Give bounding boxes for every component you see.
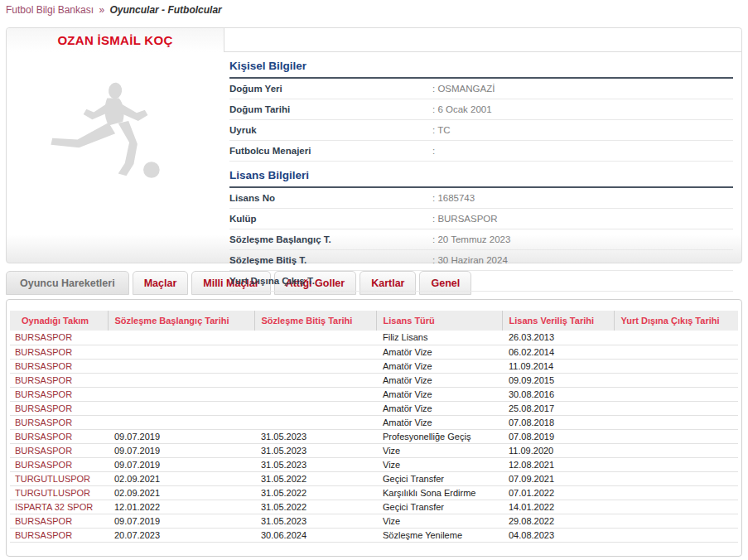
license-info-title: Lisans Bilgileri: [229, 162, 733, 188]
info-row: Sözleşme Başlangıç T.: 20 Temmuz 2023: [229, 229, 733, 250]
team-link[interactable]: BURSASPOR: [10, 514, 108, 528]
info-value: : 30 Haziran 2024: [432, 255, 508, 265]
info-row: Kulüp: BURSASPOR: [229, 209, 733, 229]
table-cell: Geçici Transfer: [376, 500, 502, 514]
table-row: BURSASPORFiliz Lisans26.03.2013: [10, 331, 738, 345]
personal-info-section: Kişisel Bilgiler Doğum Yeri: OSMANGAZİDo…: [229, 52, 733, 162]
table-cell: Profesyonelliğe Geçiş: [376, 429, 502, 443]
info-label: Sözleşme Bitiş T.: [229, 255, 432, 265]
team-link[interactable]: TURGUTLUSPOR: [10, 471, 108, 485]
table-row: BURSASPORAmatör Vize09.09.2015: [10, 373, 738, 387]
table-cell: [254, 401, 376, 415]
table-cell: [254, 415, 376, 429]
table-row: BURSASPORAmatör Vize25.08.2017: [10, 401, 738, 415]
table-row: BURSASPORAmatör Vize06.02.2014: [10, 345, 738, 359]
table-cell: [254, 345, 376, 359]
table-cell: 09.07.2019: [108, 457, 254, 471]
info-value: : 6 Ocak 2001: [432, 104, 492, 114]
column-header-2: Sözleşme Başlangıç Tarihi: [108, 311, 254, 331]
table-cell: Sözleşme Yenileme: [376, 528, 502, 542]
team-link[interactable]: BURSASPOR: [10, 401, 108, 415]
table-row: BURSASPOR20.07.202330.06.2024Sözleşme Ye…: [10, 528, 738, 542]
team-link[interactable]: BURSASPOR: [10, 457, 108, 471]
table-cell: [108, 345, 254, 359]
team-link[interactable]: BURSASPOR: [10, 359, 108, 373]
table-cell: [614, 457, 738, 471]
table-cell: 02.09.2021: [108, 485, 254, 500]
table-cell: 07.01.2022: [502, 485, 614, 500]
table-cell: [254, 331, 376, 345]
table-cell: 20.07.2023: [108, 528, 254, 542]
info-row: Futbolcu Menajeri:: [229, 141, 733, 162]
info-label: Yurt Dışına Çıkış T.: [229, 276, 432, 286]
info-row: Yurt Dışına Çıkış T.:: [229, 271, 733, 292]
breadcrumb-separator: »: [99, 4, 104, 16]
panel-body: Kişisel Bilgiler Doğum Yeri: OSMANGAZİDo…: [7, 52, 741, 292]
column-header-6: Yurt Dışına Çıkış Tarihi: [614, 311, 738, 331]
panel-header-spacer: [224, 28, 741, 52]
table-row: BURSASPORAmatör Vize11.09.2014: [10, 359, 738, 373]
table-cell: 07.08.2019: [502, 429, 614, 443]
table-cell: [614, 401, 738, 415]
column-header-4: Lisans Türü: [376, 311, 502, 331]
team-link[interactable]: BURSASPOR: [10, 429, 108, 443]
table-cell: 26.03.2013: [502, 331, 614, 345]
table-row: BURSASPORAmatör Vize30.08.2016: [10, 387, 738, 401]
table-row: TURGUTLUSPOR02.09.202131.05.2022Geçici T…: [10, 471, 738, 485]
team-link[interactable]: BURSASPOR: [10, 415, 108, 429]
table-cell: Amatör Vize: [376, 373, 502, 387]
table-cell: 07.09.2021: [502, 471, 614, 485]
info-label: Doğum Tarihi: [229, 104, 432, 114]
table-cell: [614, 373, 738, 387]
team-link[interactable]: ISPARTA 32 SPOR: [10, 500, 108, 514]
breadcrumb-current: Oyuncular - Futbolcular: [109, 4, 221, 16]
info-value: : 20 Temmuz 2023: [432, 234, 510, 244]
table-cell: Vize: [376, 514, 502, 528]
table-cell: [108, 401, 254, 415]
license-info-section: Lisans Bilgileri Lisans No: 1685743Kulüp…: [229, 162, 733, 292]
table-cell: [614, 485, 738, 500]
table-cell: [254, 387, 376, 401]
info-value: : OSMANGAZİ: [432, 84, 495, 94]
team-link[interactable]: TURGUTLUSPOR: [10, 485, 108, 500]
team-link[interactable]: BURSASPOR: [10, 387, 108, 401]
table-cell: Vize: [376, 457, 502, 471]
team-link[interactable]: BURSASPOR: [10, 345, 108, 359]
table-cell: Amatör Vize: [376, 415, 502, 429]
table-cell: [614, 331, 738, 345]
table-cell: [614, 514, 738, 528]
table-cell: [614, 528, 738, 542]
info-value: :: [432, 276, 435, 286]
table-cell: [614, 345, 738, 359]
table-cell: [614, 387, 738, 401]
table-cell: 31.05.2022: [254, 471, 376, 485]
table-cell: 31.05.2023: [254, 429, 376, 443]
table-cell: 31.05.2022: [254, 485, 376, 500]
table-cell: 07.08.2018: [502, 415, 614, 429]
table-row: BURSASPOR09.07.201931.05.2023Vize12.08.2…: [10, 457, 738, 471]
team-link[interactable]: BURSASPOR: [10, 443, 108, 457]
table-cell: 31.05.2023: [254, 457, 376, 471]
team-link[interactable]: BURSASPOR: [10, 331, 108, 345]
footballer-silhouette-icon: [37, 80, 195, 184]
table-cell: [108, 331, 254, 345]
table-cell: 12.08.2021: [502, 457, 614, 471]
table-row: BURSASPORAmatör Vize07.08.2018: [10, 415, 738, 429]
table-row: TURGUTLUSPOR02.09.202131.05.2022Karşılık…: [10, 485, 738, 500]
player-movements-panel: Oynadığı TakımSözleşme Başlangıç TarihiS…: [6, 299, 742, 557]
team-link[interactable]: BURSASPOR: [10, 373, 108, 387]
table-cell: 09.07.2019: [108, 443, 254, 457]
table-cell: 11.09.2020: [502, 443, 614, 457]
table-cell: [614, 415, 738, 429]
column-header-3: Sözleşme Bitiş Tarihi: [254, 311, 376, 331]
breadcrumb-root-link[interactable]: Futbol Bilgi Bankası: [6, 4, 94, 16]
team-link[interactable]: BURSASPOR: [10, 528, 108, 542]
table-cell: 09.07.2019: [108, 429, 254, 443]
info-label: Sözleşme Başlangıç T.: [229, 234, 432, 244]
table-cell: [614, 359, 738, 373]
info-label: Futbolcu Menajeri: [229, 146, 432, 156]
player-photo-area: [7, 52, 224, 292]
table-cell: [108, 359, 254, 373]
column-header-5: Lisans Veriliş Tarihi: [502, 311, 614, 331]
table-cell: 12.01.2022: [108, 500, 254, 514]
